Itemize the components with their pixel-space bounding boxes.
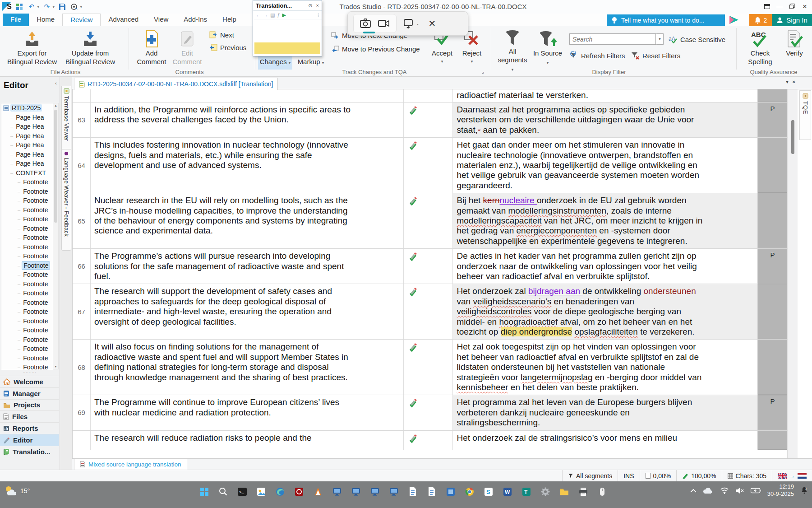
tree-item-footnote[interactable]: – Footnote bbox=[1, 224, 53, 233]
segment-status-cell[interactable] bbox=[404, 395, 453, 430]
tree-item-footnote[interactable]: – Footnote bbox=[1, 326, 53, 335]
tree-item-footnote[interactable]: – Footnote bbox=[1, 289, 53, 298]
redo-icon[interactable]: ↷ bbox=[42, 2, 51, 11]
reset-filters-button[interactable]: Reset Filters bbox=[631, 51, 680, 60]
pin-icon[interactable]: ⊙ bbox=[308, 3, 312, 9]
update-bilingual-review-button[interactable]: Update from Bilingual Review bbox=[60, 28, 120, 70]
tree-item-page-hea[interactable]: – Page Hea bbox=[1, 113, 53, 122]
document-icon[interactable] bbox=[407, 486, 419, 498]
source-cell[interactable]: Nuclear research in the EU will rely on … bbox=[91, 193, 404, 248]
source-cell[interactable]: The research will support the developmen… bbox=[91, 284, 404, 339]
target-cell[interactable]: Het gaat dan onder meer om het stimulere… bbox=[453, 138, 758, 193]
segment-number[interactable]: 67 bbox=[73, 284, 91, 339]
source-cell[interactable]: In addition, the Programme will reinforc… bbox=[91, 103, 404, 137]
sidebar-item-editor[interactable]: Editor bbox=[0, 434, 59, 446]
language-pair[interactable]: → bbox=[772, 470, 812, 481]
format-icon[interactable]: ▤ bbox=[270, 12, 275, 18]
terminal-icon[interactable]: >_ bbox=[236, 486, 248, 498]
document-structure-tree[interactable]: RTD-2025– Page Hea– Page Hea– Page Hea– … bbox=[1, 103, 53, 370]
tab-view[interactable]: View bbox=[146, 14, 176, 26]
sidebar-item-projects[interactable]: Projects bbox=[0, 399, 59, 411]
panel-tab-termbase-viewer[interactable]: Termbase Viewer bbox=[61, 86, 71, 154]
customize-toolbar-icon[interactable]: ▾ bbox=[80, 5, 82, 9]
sidebar-item-files[interactable]: Files bbox=[0, 410, 59, 422]
next-comment-button[interactable]: Next bbox=[209, 31, 234, 39]
dialog-launcher-icon[interactable]: ⌟ bbox=[482, 69, 484, 75]
bell-dnd-icon[interactable]: z bbox=[800, 486, 808, 494]
target-cell[interactable]: Het onderzoek zal bijdragen aan de ontwi… bbox=[453, 284, 758, 339]
scrollbar-thumb[interactable] bbox=[791, 120, 794, 154]
windows-start-icon[interactable] bbox=[198, 486, 210, 498]
tree-item-footnote[interactable]: – Footnote bbox=[1, 252, 53, 261]
collapse-sidebar-icon[interactable]: ‹ bbox=[55, 80, 57, 90]
tree-item-footnote[interactable]: – Footnote bbox=[1, 187, 53, 196]
sidebar-item-reports[interactable]: Reports bbox=[0, 422, 59, 434]
printer-icon[interactable] bbox=[577, 486, 589, 498]
chrome-icon[interactable] bbox=[464, 486, 475, 498]
mixed-language-tab[interactable]: Mixed source language translation bbox=[74, 459, 187, 470]
tree-item-footnote[interactable]: – Footnote bbox=[1, 280, 53, 289]
tab-addins[interactable]: Add-Ins bbox=[176, 14, 215, 26]
panel-tab-language-weaver-feedback[interactable]: Language Weaver - Feedback bbox=[61, 149, 71, 251]
undo-icon[interactable]: ↶ bbox=[27, 2, 36, 11]
video-icon[interactable] bbox=[378, 19, 390, 28]
search-icon[interactable] bbox=[217, 486, 229, 498]
source-cell[interactable]: The Programme will continue to improve E… bbox=[91, 395, 404, 430]
chevron-down-icon[interactable]: ⌄ bbox=[416, 21, 420, 26]
grid-scrollbar[interactable] bbox=[787, 89, 798, 458]
source-cell[interactable]: The Programme’s actions will pursue rese… bbox=[91, 249, 404, 284]
window-capture-icon[interactable]: ⌄ bbox=[403, 19, 420, 28]
edit-comment-button[interactable]: Edit Comment bbox=[171, 28, 204, 70]
notifications-button[interactable]: 2 bbox=[749, 14, 772, 26]
ribbon-options-icon[interactable] bbox=[761, 1, 772, 12]
remote-desktop-icon[interactable] bbox=[388, 486, 400, 498]
tab-review[interactable]: Review bbox=[62, 14, 101, 27]
target-cell[interactable]: Het onderzoek zal de stralingsrisico’s v… bbox=[453, 431, 758, 450]
sidebar-item-translatio[interactable]: Translatio... bbox=[0, 446, 59, 457]
word-icon[interactable]: W bbox=[502, 486, 513, 498]
clock[interactable]: 12:1930-9-2025 bbox=[767, 483, 794, 498]
tqe-panel-tab[interactable]: TQE bbox=[799, 90, 811, 140]
save-icon[interactable] bbox=[58, 2, 67, 11]
project-settings-icon[interactable] bbox=[70, 2, 79, 11]
mouse-icon[interactable] bbox=[596, 486, 608, 498]
plugins-icon[interactable] bbox=[15, 2, 24, 11]
restore-icon[interactable] bbox=[787, 1, 798, 12]
sidebar-splitter[interactable]: ········· bbox=[0, 371, 59, 375]
target-cell[interactable]: Het zal ook toegespitst zijn op het vind… bbox=[453, 340, 758, 395]
tree-item-footnote[interactable]: – Footnote bbox=[1, 233, 53, 242]
segment-number[interactable]: 66 bbox=[73, 249, 91, 284]
refresh-filters-button[interactable]: Refresh Filters bbox=[569, 51, 625, 60]
remote-desktop-icon[interactable] bbox=[369, 486, 381, 498]
close-icon[interactable]: × bbox=[316, 3, 319, 9]
check-spelling-button[interactable]: ABC Check Spelling bbox=[743, 28, 777, 70]
source-cell[interactable]: This includes fostering innovation in nu… bbox=[91, 138, 404, 193]
tree-item-footnote[interactable]: – Footnote bbox=[1, 317, 53, 326]
tree-item-footnote[interactable]: – Footnote bbox=[1, 214, 53, 224]
target-cell[interactable]: Daarnaast zal het programma acties op sp… bbox=[453, 103, 758, 137]
tree-item-footnote[interactable]: – Footnote bbox=[1, 344, 53, 354]
tab-file[interactable]: File bbox=[3, 14, 29, 26]
play-icon[interactable]: ▶ bbox=[282, 12, 286, 18]
tree-item-page-hea[interactable]: – Page Hea bbox=[1, 140, 53, 150]
chevron-up-icon[interactable] bbox=[690, 489, 697, 493]
tree-item-page-hea[interactable]: – Page Hea bbox=[1, 150, 53, 159]
battery-icon[interactable] bbox=[751, 488, 761, 494]
media-player-icon[interactable] bbox=[312, 486, 324, 498]
minimize-icon[interactable]: — bbox=[774, 1, 785, 12]
add-comment-button[interactable]: Add Comment bbox=[135, 28, 168, 70]
segment-number[interactable] bbox=[73, 89, 91, 102]
trados-icon[interactable]: S bbox=[483, 486, 494, 498]
grip-icon[interactable]: ⁞ bbox=[318, 12, 319, 18]
segment-number[interactable] bbox=[73, 431, 91, 450]
in-source-filter-button[interactable]: In Source ▾ bbox=[531, 28, 564, 70]
tree-item-footnote[interactable]: – Footnote bbox=[1, 335, 53, 345]
search-dropdown-icon[interactable]: ▾ bbox=[656, 33, 664, 45]
tab-home[interactable]: Home bbox=[29, 14, 62, 26]
teams-icon[interactable]: T bbox=[521, 486, 532, 498]
segment-status-cell[interactable] bbox=[404, 103, 453, 137]
tree-item-rtd-2025[interactable]: RTD-2025 bbox=[1, 103, 53, 113]
all-segments-filter-button[interactable]: All segments ▾ bbox=[496, 28, 529, 70]
sidebar-item-manager[interactable]: Manager bbox=[0, 387, 59, 399]
segment-number[interactable]: 65 bbox=[73, 193, 91, 248]
